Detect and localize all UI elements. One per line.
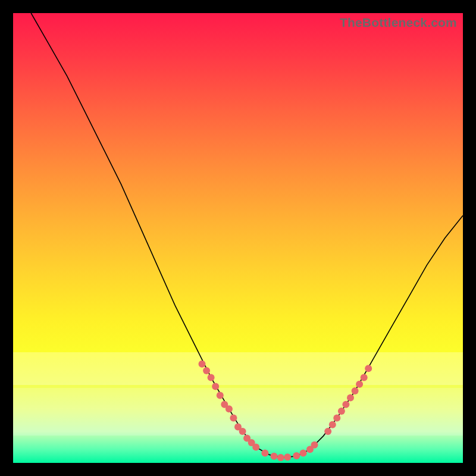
data-marker: [356, 381, 363, 388]
data-marker: [352, 387, 359, 394]
data-marker: [277, 454, 284, 461]
data-marker: [311, 441, 318, 449]
data-marker: [324, 428, 331, 435]
data-marker: [293, 452, 300, 459]
chart-area: TheBottleneck.com: [13, 13, 463, 463]
data-marker: [300, 449, 307, 456]
data-marker: [208, 374, 215, 381]
data-marker: [239, 428, 246, 435]
data-marker: [212, 383, 219, 390]
data-marker: [217, 392, 224, 399]
data-marker: [347, 394, 354, 401]
data-marker: [261, 449, 268, 456]
data-marker: [333, 414, 340, 421]
data-marker: [338, 408, 345, 415]
data-marker: [203, 367, 210, 374]
data-marker: [226, 405, 233, 412]
data-marker: [361, 374, 368, 381]
data-marker: [252, 444, 259, 451]
bottleneck-curve: [31, 13, 463, 458]
data-marker: [284, 453, 291, 461]
data-marker: [329, 421, 336, 428]
data-marker: [342, 401, 349, 408]
bottleneck-curve-plot: [13, 13, 463, 463]
data-marker: [199, 361, 206, 368]
data-marker: [271, 453, 278, 460]
data-marker: [230, 414, 237, 421]
marker-group: [199, 361, 372, 461]
data-marker: [365, 365, 372, 372]
